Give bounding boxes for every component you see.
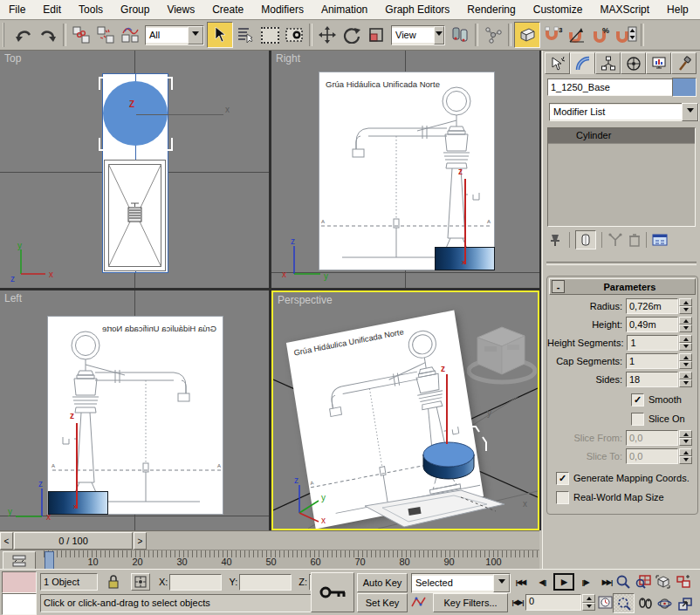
current-frame-field[interactable]: 0 <box>525 594 581 611</box>
select-by-name-button[interactable] <box>233 23 257 47</box>
redo-button[interactable] <box>36 23 60 47</box>
viewport-label[interactable]: Perspective <box>278 294 333 306</box>
sides-spinner[interactable] <box>679 372 692 387</box>
height-segments-field[interactable]: 1 <box>627 335 678 351</box>
smooth-checkbox[interactable]: ✓ <box>631 393 644 407</box>
tab-utilities[interactable] <box>671 52 697 74</box>
modifier-stack-item[interactable]: Cylinder <box>548 128 695 144</box>
sides-field[interactable]: 18 <box>626 372 678 387</box>
real-world-map-size-checkbox[interactable] <box>556 491 569 504</box>
arc-rotate-button[interactable] <box>655 594 675 612</box>
menu-item[interactable]: Group <box>112 1 158 19</box>
image-plane-right-view[interactable]: Grúa Hidáulica Unificada Norte A A <box>319 72 495 270</box>
set-key-button[interactable]: Set Key <box>357 593 408 612</box>
viewport-top[interactable]: Z x y x z Top <box>0 51 269 288</box>
parameters-rollout-header[interactable]: - Parameters <box>549 278 696 295</box>
select-and-scale-button[interactable] <box>364 23 388 47</box>
object-color-swatch[interactable] <box>672 78 697 97</box>
previous-frame-button[interactable]: ◀|| <box>532 574 553 591</box>
spinner-snap-toggle-button[interactable] <box>614 23 638 47</box>
frame-spinner[interactable] <box>582 594 595 611</box>
select-and-link-button[interactable] <box>69 23 93 47</box>
show-end-result-button[interactable] <box>575 230 596 249</box>
viewport-perspective[interactable]: y x Grúa Hidáulica Unificada Norte <box>271 290 539 530</box>
play-button[interactable]: ▶ <box>553 573 574 591</box>
unlink-selection-button[interactable] <box>93 23 118 47</box>
cap-segments-spinner[interactable] <box>679 353 692 369</box>
dropdown-arrow-icon[interactable] <box>682 103 698 121</box>
select-and-rotate-button[interactable] <box>340 23 364 47</box>
menu-item[interactable]: File <box>0 1 34 19</box>
menu-item[interactable]: Create <box>203 1 252 19</box>
region-zoom-button[interactable] <box>613 593 635 613</box>
tab-create[interactable] <box>545 52 570 74</box>
selection-lock-toggle[interactable] <box>106 574 120 590</box>
base-wireframe-top-view[interactable] <box>104 160 166 271</box>
angle-snap-toggle-button[interactable] <box>565 23 589 47</box>
undo-button[interactable] <box>11 23 36 47</box>
rectangular-selection-region-button[interactable] <box>257 23 282 47</box>
next-frame-button[interactable]: ||▶ <box>574 574 596 591</box>
cylinder-top-view[interactable] <box>103 81 168 146</box>
menu-item[interactable]: MAXScript <box>591 1 658 19</box>
remove-modifier-button[interactable] <box>628 233 641 247</box>
make-unique-button[interactable] <box>607 233 623 247</box>
absolute-offset-mode-toggle[interactable] <box>131 573 150 591</box>
modifier-stack-list[interactable]: Cylinder <box>547 127 696 227</box>
menu-item[interactable]: Edit <box>34 1 70 19</box>
use-pivot-point-center-button[interactable] <box>448 23 472 47</box>
viewport-label[interactable]: Right <box>276 52 300 65</box>
time-slider-handle[interactable]: 0 / 100 <box>14 532 133 550</box>
menu-item[interactable]: Customize <box>525 1 592 19</box>
track-bar[interactable]: 0102030405060708090100 <box>0 550 539 570</box>
tab-motion[interactable] <box>621 52 646 74</box>
rollout-collapse-icon[interactable]: - <box>552 280 565 293</box>
auto-key-button[interactable]: Auto Key <box>357 573 408 592</box>
viewport-left[interactable]: Grúa Hidáulica Unificada Norte A A z x z <box>0 290 269 530</box>
previous-frame-arrow-button[interactable]: < <box>0 532 13 550</box>
height-segments-spinner[interactable] <box>679 335 692 351</box>
select-and-manipulate-button[interactable] <box>481 23 505 47</box>
key-mode-toggle-button[interactable]: |◀▶| <box>510 594 525 611</box>
menu-item[interactable]: Tools <box>70 1 112 19</box>
set-keys-button[interactable] <box>311 572 354 612</box>
zoom-button[interactable] <box>613 572 633 591</box>
viewport-label[interactable]: Left <box>4 292 22 304</box>
slice-on-checkbox[interactable] <box>631 413 644 426</box>
bind-to-space-warp-button[interactable] <box>118 23 142 47</box>
tab-hierarchy[interactable] <box>595 52 621 74</box>
next-frame-arrow-button[interactable]: > <box>134 532 147 550</box>
viewport-right[interactable]: Grúa Hidáulica Unificada Norte A A z x z <box>271 51 539 288</box>
x-coordinate-field[interactable] <box>169 574 222 591</box>
window-crossing-toggle-button[interactable] <box>282 23 306 47</box>
viewport-label[interactable]: Top <box>4 52 21 65</box>
select-and-move-button[interactable] <box>315 23 340 47</box>
default-tangents-icon-button[interactable] <box>408 593 429 611</box>
radius-field[interactable]: 0,726m <box>626 298 678 314</box>
pan-view-button[interactable] <box>635 594 655 612</box>
selection-filter-dropdown[interactable]: All <box>145 25 204 45</box>
toolbar-drag-handle[interactable] <box>3 23 9 47</box>
menu-item[interactable]: Animation <box>312 1 376 19</box>
dropdown-arrow-icon[interactable] <box>493 574 510 592</box>
generate-mapping-coords-checkbox[interactable]: ✓ <box>556 472 569 485</box>
snaps-toggle-button[interactable] <box>514 22 540 48</box>
cap-segments-field[interactable]: 1 <box>626 353 678 369</box>
menu-item[interactable]: Rendering <box>458 1 524 19</box>
menu-item[interactable]: Modifiers <box>252 1 312 19</box>
maxscript-mini-listener-pink[interactable] <box>2 571 37 593</box>
radius-spinner[interactable] <box>679 298 692 314</box>
select-object-button[interactable] <box>207 22 233 48</box>
zoom-extents-all-button[interactable] <box>673 572 693 591</box>
height-field[interactable]: 0,49m <box>626 317 678 332</box>
dropdown-arrow-icon[interactable] <box>434 26 444 44</box>
configure-modifier-sets-button[interactable] <box>652 233 668 247</box>
go-to-start-button[interactable]: |◀◀ <box>510 574 532 591</box>
maxscript-mini-listener-white[interactable] <box>2 593 37 615</box>
snap-3d-toggle-button[interactable]: 3 <box>540 23 565 47</box>
menu-item[interactable]: Views <box>158 1 203 19</box>
reference-coordinate-system-dropdown[interactable]: View <box>391 25 445 45</box>
zoom-extents-button[interactable] <box>653 572 673 591</box>
key-mode-selection-dropdown[interactable]: Selected <box>411 573 511 593</box>
menu-item[interactable]: Graph Editors <box>376 1 458 19</box>
